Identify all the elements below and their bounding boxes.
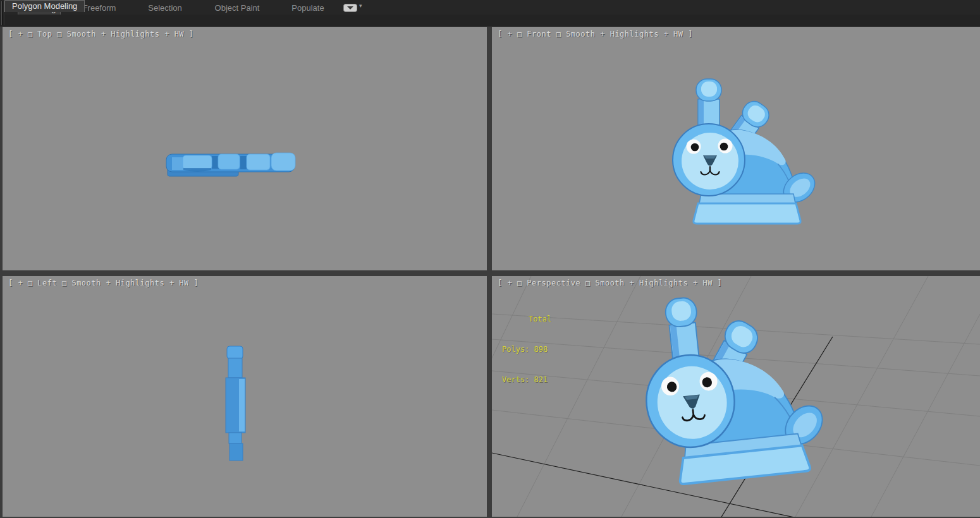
bunny-model-front	[673, 79, 821, 224]
viewport-top-label[interactable]: [ + □ Top □ Smooth + Highlights + HW ]	[8, 30, 194, 39]
stats-total-label: Total	[502, 314, 551, 324]
panel-tab-polygon-modeling[interactable]: Polygon Modeling	[4, 0, 85, 12]
application-window: Modeling Freeform Selection Object Paint…	[0, 0, 980, 518]
tab-selection[interactable]: Selection	[144, 1, 187, 15]
viewport-top[interactable]: [ + □ Top □ Smooth + Highlights + HW ]	[3, 27, 487, 270]
statistics-overlay: Total Polys: 898 Verts: 821	[502, 294, 551, 405]
tab-populate[interactable]: Populate	[288, 1, 328, 15]
viewport-perspective-canvas	[492, 276, 980, 517]
viewport-top-canvas	[3, 27, 487, 270]
viewport-left-canvas	[3, 276, 487, 517]
viewport-perspective[interactable]: [ + □ Perspective □ Smooth + Highlights …	[492, 276, 980, 517]
bunny-model-perspective	[636, 284, 835, 487]
ribbon-panel-row	[0, 15, 980, 27]
viewport-left[interactable]: [ + □ Left □ Smooth + Highlights + HW ]	[3, 276, 487, 517]
ribbon-minimize-caret-icon[interactable]: ▾	[359, 2, 362, 10]
viewport-front-canvas	[492, 27, 980, 270]
stats-verts: Verts: 821	[502, 375, 551, 385]
ribbon-minimize-icon[interactable]	[343, 3, 357, 11]
viewport-perspective-label[interactable]: [ + □ Perspective □ Smooth + Highlights …	[498, 279, 722, 287]
tab-object-paint[interactable]: Object Paint	[211, 1, 264, 15]
stats-polys: Polys: 898	[502, 344, 551, 354]
bunny-top-view	[166, 153, 295, 176]
viewport-front[interactable]: [ + □ Front □ Smooth + Highlights + HW ]	[492, 27, 980, 270]
bunny-left-view	[226, 346, 245, 461]
viewport-left-label[interactable]: [ + □ Left □ Smooth + Highlights + HW ]	[8, 279, 199, 287]
ribbon: Modeling Freeform Selection Object Paint…	[0, 0, 980, 27]
viewport-front-label[interactable]: [ + □ Front □ Smooth + Highlights + HW ]	[498, 30, 693, 39]
